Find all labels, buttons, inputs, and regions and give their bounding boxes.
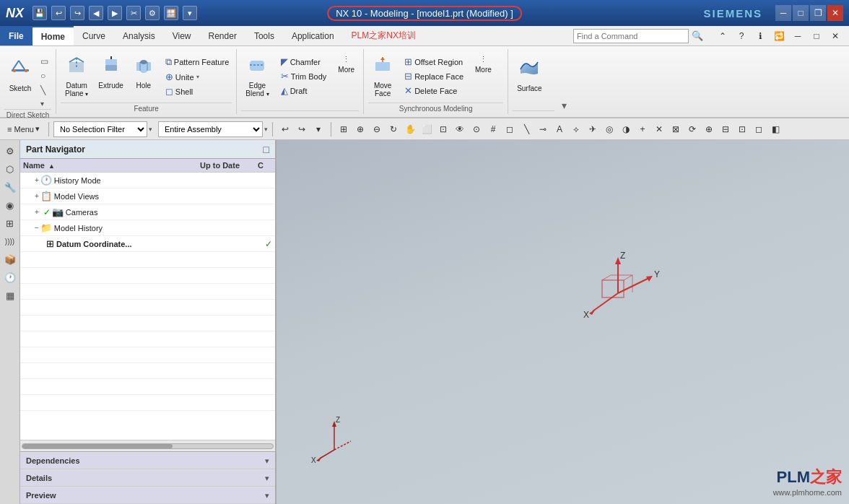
undo-list-button[interactable]: ▾ xyxy=(310,121,326,137)
help-expand-icon[interactable]: ⌃ xyxy=(715,28,731,44)
tool3-button[interactable]: A xyxy=(552,121,567,137)
tool15-button[interactable]: ◻ xyxy=(751,121,767,137)
sidebar-gradient-icon[interactable]: ▦ xyxy=(2,287,18,303)
col-uptodate-header[interactable]: Up to Date xyxy=(200,161,258,170)
tool6-button[interactable]: ◎ xyxy=(601,121,617,137)
tool2-button[interactable]: ⊸ xyxy=(535,121,551,137)
tool16-button[interactable]: ◧ xyxy=(767,121,783,137)
info-icon[interactable]: ℹ xyxy=(752,28,768,44)
pan-button[interactable]: ✋ xyxy=(402,121,418,137)
scroll-track[interactable] xyxy=(22,443,274,449)
tree-row-model-history[interactable]: − 📁 Model History xyxy=(20,220,275,236)
sidebar-network-icon[interactable]: )))) xyxy=(2,233,18,249)
search-input[interactable] xyxy=(573,29,689,43)
sketch-button[interactable]: Sketch xyxy=(4,52,36,95)
forward-button[interactable]: ▶ xyxy=(108,6,122,20)
tool8-button[interactable]: + xyxy=(635,121,650,137)
sidebar-package-icon[interactable]: 📦 xyxy=(2,251,18,267)
pattern-feature-button[interactable]: ⧉ Pattern Feature xyxy=(162,55,232,69)
vis-button[interactable]: 👁 xyxy=(452,121,468,137)
save-button[interactable]: 💾 xyxy=(32,6,47,20)
model-history-expand[interactable]: − xyxy=(35,224,39,232)
tree-row-cameras[interactable]: + ✓ 📷 Cameras xyxy=(20,204,275,220)
trim-body-button[interactable]: ✂ Trim Body xyxy=(278,69,330,83)
view-orient-button[interactable]: ◻ xyxy=(502,121,518,137)
scroll-thumb[interactable] xyxy=(22,444,173,448)
sidebar-clock-icon[interactable]: 🕐 xyxy=(2,269,18,285)
draft-button[interactable]: ◭ Draft xyxy=(278,84,330,97)
zoom-out-button[interactable]: ⊖ xyxy=(369,121,385,137)
options-button[interactable]: ⚙ xyxy=(145,6,160,20)
view-triad-button[interactable]: ⊞ xyxy=(336,121,352,137)
sketch-small-3[interactable]: ╲ xyxy=(38,84,51,97)
cameras-expand[interactable]: + xyxy=(35,208,39,216)
sidebar-history-icon[interactable]: ⊞ xyxy=(2,215,18,231)
more-button-sync[interactable]: ⋮ More xyxy=(471,52,496,77)
redo-button[interactable]: ↪ xyxy=(70,6,84,20)
viewport[interactable]: Z Y X Z X xyxy=(277,140,849,504)
extrude-button[interactable]: Extrude xyxy=(94,52,127,92)
nav-maximize-icon[interactable]: □ xyxy=(264,144,269,155)
selection-filter-select[interactable]: No Selection Filter Feature Face Edge Bo… xyxy=(53,121,147,137)
tree-row-history-mode[interactable]: + 🕐 History Mode xyxy=(20,173,275,188)
delete-face-button[interactable]: ✕ Delete Face xyxy=(401,84,466,97)
menu-item-curve[interactable]: Curve xyxy=(74,26,114,45)
menu-item-tools[interactable]: Tools xyxy=(245,26,283,45)
menu-button[interactable]: ≡ Menu ▾ xyxy=(3,121,44,137)
move-face-button[interactable]: MoveFace xyxy=(368,52,397,100)
menu-item-render[interactable]: Render xyxy=(200,26,245,45)
tool12-button[interactable]: ⊕ xyxy=(701,121,717,137)
ribbon-expand-icon[interactable]: ▾ xyxy=(562,100,567,111)
menu-item-home[interactable]: Home xyxy=(32,26,74,45)
offset-region-button[interactable]: ⊞ Offset Region xyxy=(401,55,466,69)
search-icon[interactable]: 🔍 xyxy=(692,30,703,41)
menu-item-view[interactable]: View xyxy=(164,26,200,45)
scope-select[interactable]: Entire Assembly Within Work Part Only Wi… xyxy=(158,121,263,137)
tool5-button[interactable]: ✈ xyxy=(585,121,601,137)
restore-button[interactable]: ❐ xyxy=(810,5,826,21)
sidebar-settings-icon[interactable]: ⚙ xyxy=(2,143,18,159)
ribbon-close[interactable]: ✕ xyxy=(827,28,843,44)
more-button-feature[interactable]: ⋮ More xyxy=(334,52,359,77)
ribbon-min[interactable]: ─ xyxy=(790,28,806,44)
question-icon[interactable]: ? xyxy=(733,28,749,44)
close-button[interactable]: ✕ xyxy=(827,5,843,21)
cut-button[interactable]: ✂ xyxy=(126,6,141,20)
details-panel-header[interactable]: Details ▾ xyxy=(20,469,275,487)
redo-cmd-button[interactable]: ↪ xyxy=(294,121,310,137)
tool13-button[interactable]: ⊟ xyxy=(718,121,733,137)
preview-panel-header[interactable]: Preview ▾ xyxy=(20,487,275,504)
sketch-small-1[interactable]: ▭ xyxy=(38,55,51,68)
back-button[interactable]: ◀ xyxy=(89,6,103,20)
replace-face-button[interactable]: ⊟ Replace Face xyxy=(401,69,466,83)
ribbon-restore[interactable]: 🔁 xyxy=(771,28,787,44)
history-mode-expand[interactable]: + xyxy=(35,176,39,184)
tool10-button[interactable]: ⊠ xyxy=(668,121,684,137)
sidebar-tools-icon[interactable]: 🔧 xyxy=(2,179,18,195)
unite-button[interactable]: ⊕ Unite ▾ xyxy=(162,70,232,84)
col-c-header[interactable]: C xyxy=(258,161,272,170)
rect-select-button[interactable]: ⊡ xyxy=(435,121,451,137)
menu-item-application[interactable]: Application xyxy=(283,26,343,45)
sidebar-display-icon[interactable]: ◉ xyxy=(2,197,18,213)
undo-button[interactable]: ↩ xyxy=(51,6,66,20)
menu-item-file[interactable]: File xyxy=(0,26,32,45)
col-name-header[interactable]: Name ▲ xyxy=(23,161,200,170)
rotate-button[interactable]: ↻ xyxy=(386,121,401,137)
tool1-button[interactable]: ╲ xyxy=(518,121,534,137)
tool11-button[interactable]: ⟳ xyxy=(684,121,700,137)
undo-cmd-button[interactable]: ↩ xyxy=(277,121,293,137)
grid-button[interactable]: # xyxy=(485,121,501,137)
surface-button[interactable]: Surface xyxy=(513,52,546,95)
menu-item-plm[interactable]: PLM之家NX培训 xyxy=(343,26,425,45)
menu-item-analysis[interactable]: Analysis xyxy=(114,26,164,45)
shell-button[interactable]: ◻ Shell xyxy=(162,84,232,98)
zoom-in-button[interactable]: ⊕ xyxy=(352,121,368,137)
hole-button[interactable]: Hole xyxy=(129,52,158,92)
fit-button[interactable]: ⬜ xyxy=(419,121,435,137)
chamfer-button[interactable]: ◤ Chamfer xyxy=(278,55,330,69)
sketch-small-4[interactable]: ▾ xyxy=(38,98,51,109)
window-arrow[interactable]: ▾ xyxy=(183,6,197,20)
edge-blend-button[interactable]: EdgeBlend ▾ xyxy=(241,52,273,100)
sidebar-assembly-icon[interactable]: ⬡ xyxy=(2,161,18,177)
